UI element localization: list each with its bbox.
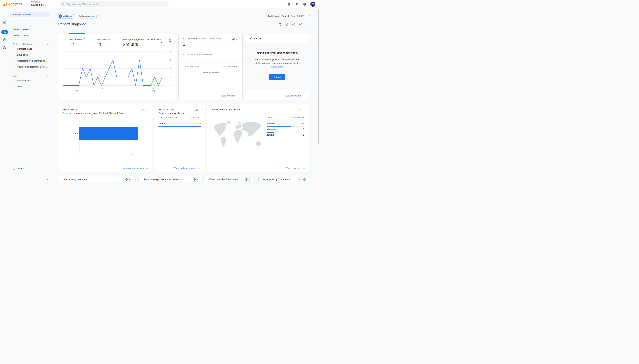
- arrow-right-icon: →: [198, 167, 201, 170]
- main-content: A All Users Add comparison+ Last 28 days…: [51, 8, 320, 182]
- view-countries-link[interactable]: View countries→: [286, 167, 305, 170]
- active-users-by-country-card: Active users▼ by Country ▼ COUNT: [207, 104, 309, 172]
- insights-icon: [249, 37, 252, 40]
- insights-header: Insights: [249, 37, 263, 40]
- key-events-title[interactable]: Key events by Event name: [262, 178, 290, 181]
- svg-text:?: ?: [304, 3, 306, 5]
- gemini-sparkle-icon[interactable]: [295, 2, 299, 6]
- caret-down-icon: ▼: [226, 109, 227, 111]
- country-row-value: 1: [303, 134, 304, 136]
- view-all-insights-link[interactable]: View all insights→: [285, 94, 305, 97]
- country-header[interactable]: COUNTRY: [267, 116, 277, 120]
- add-comparison-chip[interactable]: Add comparison+: [77, 14, 100, 18]
- data-quality-icon[interactable]: [302, 177, 307, 182]
- data-quality-dropdown[interactable]: ▼: [191, 177, 200, 182]
- active-users-trend-line: [64, 60, 166, 86]
- x-tick: 0: [79, 154, 80, 156]
- no-data-text: No data available: [178, 71, 242, 74]
- country-row-label[interactable]: Türkiye: [267, 134, 274, 136]
- edit-icon[interactable]: [305, 23, 309, 26]
- bar-category-label: Direct: [62, 132, 78, 134]
- caret-down-icon: ▼: [183, 113, 184, 114]
- help-icon[interactable]: ?: [303, 2, 307, 6]
- country-row-label[interactable]: Malaysia: [267, 128, 276, 130]
- caret-down-icon: ▼: [236, 38, 237, 40]
- advertising-icon[interactable]: [3, 46, 7, 50]
- sidebar-item-view-user-engagement[interactable]: ▸View user engagement & rete…: [9, 64, 50, 70]
- session-row-value: 40: [198, 122, 201, 125]
- data-quality-dropdown[interactable]: ▼: [297, 108, 306, 112]
- breadcrumb[interactable]: All accounts ›: [31, 1, 41, 3]
- explore-icon[interactable]: [3, 38, 7, 42]
- sidebar-item-reports-snapshot[interactable]: Reports snapshot: [10, 12, 50, 17]
- expand-triangle-icon: ▸: [15, 80, 16, 82]
- learn-more-link[interactable]: Learn more: [271, 66, 283, 68]
- view-traffic-acquisition-link[interactable]: View traffic acquisition→: [174, 167, 201, 170]
- date-preset-badge: Last 28 days: [267, 14, 280, 18]
- date-caret-icon[interactable]: ▼: [308, 15, 310, 17]
- sidebar-item-realtime-overview[interactable]: Realtime overview: [9, 26, 50, 32]
- per-minute-label: ACTIVE USERS PER MINUTE: [182, 54, 213, 56]
- sidebar-item-understand-web-app[interactable]: ▸Understand web and/or app t…: [9, 58, 50, 64]
- session-row-label[interactable]: Direct: [158, 122, 165, 125]
- left-rail: [0, 8, 9, 182]
- filter-icon[interactable]: [297, 177, 301, 182]
- avatar[interactable]: [310, 2, 315, 7]
- sidebar-item-realtime-pages[interactable]: Realtime pages: [9, 32, 50, 38]
- analytics-logo-icon[interactable]: [3, 2, 7, 6]
- country-card-title[interactable]: Active users▼ by Country: [211, 108, 240, 111]
- compare-reports-icon[interactable]: [285, 23, 289, 26]
- share-icon[interactable]: [292, 23, 296, 26]
- active-users-header[interactable]: ACTIVE USERS: [290, 116, 304, 120]
- sessions-by-channel-card: Sessions▼ by Session primary ch…▼ ▼ SESS…: [154, 104, 205, 172]
- y-tick: 0: [170, 84, 171, 86]
- home-icon[interactable]: [3, 20, 7, 24]
- expand-triangle-icon: ▸: [15, 60, 16, 62]
- sessions-header[interactable]: SESSIONS: [190, 116, 201, 120]
- sidebar-nav: Reports snapshot Realtime overview Realt…: [9, 8, 51, 182]
- sessions-card-title[interactable]: Sessions▼ by Session primary ch…▼: [158, 108, 184, 115]
- page-title: Reports snapshot: [58, 22, 86, 27]
- user-activity-title[interactable]: User activity over time: [62, 178, 87, 181]
- direct-bar[interactable]: [80, 127, 138, 140]
- top-countries-header[interactable]: TOP COUNTRIES: [182, 66, 199, 68]
- search-icon: [62, 3, 65, 6]
- data-quality-dropdown[interactable]: ▼: [230, 37, 240, 42]
- world-map: [210, 119, 266, 153]
- data-quality-dropdown[interactable]: ▼: [123, 177, 132, 182]
- view-realtime-link[interactable]: View realtime→: [221, 94, 238, 97]
- sidebar-item-drive-sales[interactable]: ▸Drive sales: [9, 52, 50, 58]
- y-tick: 3: [170, 59, 171, 61]
- country-row-value: 3: [303, 128, 304, 130]
- session-channel-header[interactable]: SESSION PRIMARY …: [158, 116, 180, 118]
- realtime-title[interactable]: ACTIVE USERS IN LAST 30 MINUTES: [182, 38, 221, 40]
- create-insight-button[interactable]: Create: [270, 74, 285, 80]
- event-count-title[interactable]: Event count by Event name: [209, 178, 238, 181]
- search-input[interactable]: [67, 3, 160, 6]
- country-row-label[interactable]: Maldives: [267, 122, 276, 125]
- green-check-icon: [303, 178, 306, 181]
- property-selector[interactable]: dayfood.mv▼: [31, 3, 46, 6]
- collapse-sidebar-icon[interactable]: [46, 178, 50, 182]
- table-rule: [182, 69, 238, 69]
- search-bar[interactable]: [60, 1, 169, 7]
- arrow-right-icon: →: [303, 94, 305, 97]
- data-quality-dropdown[interactable]: ▼: [243, 177, 252, 182]
- sidebar-item-tech[interactable]: ▸Tech: [9, 84, 50, 89]
- reports-nav-icon[interactable]: [1, 30, 8, 34]
- apps-grid-icon[interactable]: [287, 2, 291, 6]
- scrollbar[interactable]: [318, 9, 319, 144]
- all-users-chip[interactable]: A All Users: [58, 14, 74, 18]
- sidebar-item-user-attributes[interactable]: ▸User attributes: [9, 78, 50, 83]
- view-user-acquisition-link[interactable]: View user acquisition→: [123, 167, 148, 170]
- data-quality-dropdown[interactable]: ▼: [193, 108, 202, 112]
- notes-icon[interactable]: [278, 23, 282, 26]
- insights-empty-state: Your Insights will appear here soon. In …: [245, 44, 309, 90]
- active-users-header[interactable]: ACTIVE USERS: [224, 66, 238, 68]
- views-by-page-title[interactable]: Views by Page title and screen class: [142, 178, 183, 181]
- sidebar-item-generate-leads[interactable]: ▸Generate leads: [9, 46, 50, 52]
- insights-spark-icon[interactable]: [298, 23, 302, 26]
- date-range-picker[interactable]: Aug 14 - Sep 10, 2025: [282, 14, 304, 18]
- sidebar-item-library[interactable]: Library: [9, 166, 50, 171]
- table-rule: [267, 120, 304, 120]
